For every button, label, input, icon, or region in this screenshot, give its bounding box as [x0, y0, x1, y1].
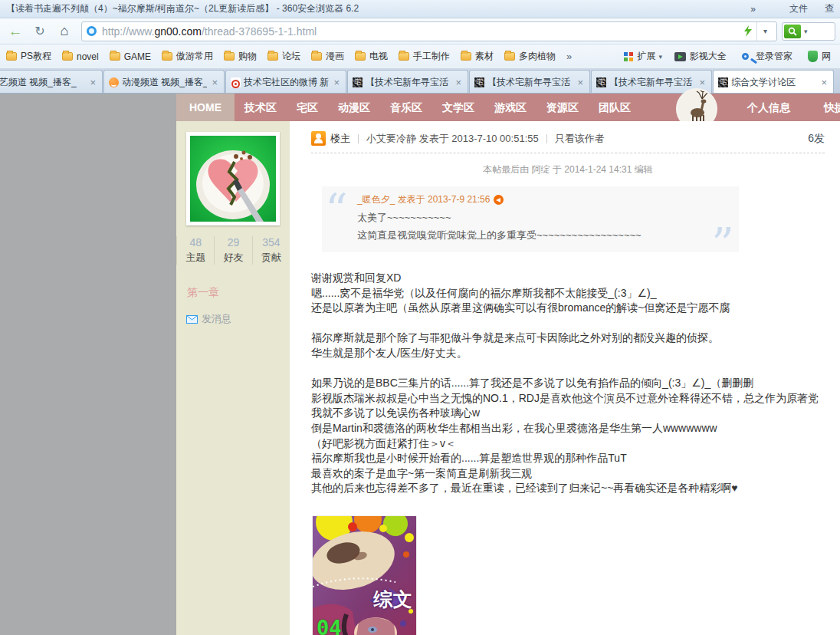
bookmark-folder[interactable]: 漫画: [311, 50, 344, 63]
post-body-line: 如果乃说的是BBC三集片的话......算了我还是不多说了以免有掐作品的倾向_(…: [311, 376, 825, 391]
forum-nav-item[interactable]: 团队区: [589, 94, 641, 121]
menu-item[interactable]: 文件: [789, 3, 808, 14]
bookmark-label: 购物: [238, 50, 257, 63]
plugin-button[interactable]: 网: [808, 50, 834, 63]
only-author-link[interactable]: 只看该作者: [555, 132, 605, 146]
tab-close-icon[interactable]: ×: [819, 77, 829, 88]
home-button[interactable]: ⌂: [54, 21, 75, 41]
folder-icon: [355, 52, 366, 61]
url-text[interactable]: http://www.gn00.com/thread-378695-1-1.ht…: [102, 25, 744, 38]
tab-close-icon[interactable]: ×: [576, 77, 585, 88]
forum-nav-item[interactable]: 宅区: [287, 94, 328, 121]
bookmark-folder[interactable]: PS教程: [6, 50, 51, 63]
bookmarks-overflow-icon[interactable]: »: [566, 51, 572, 62]
bookmark-label: 电视: [369, 50, 388, 63]
post-body-line: （好吧影视方面赶紧打住＞v＜: [311, 436, 825, 452]
address-bar[interactable]: http://www.gn00.com/thread-378695-1-1.ht…: [81, 21, 777, 41]
browser-toolbar: ← ↻ ⌂ http://www.gn00.com/thread-378695-…: [0, 18, 840, 44]
plugin-button[interactable]: 登录管家: [742, 50, 796, 63]
forum-nav-item[interactable]: 快捷导航: [814, 94, 840, 121]
post-time: 发表于 2013-7-10 00:51:55: [419, 133, 539, 144]
forum-nav-item[interactable]: 音乐区: [380, 94, 432, 121]
tab-close-icon[interactable]: ×: [697, 77, 707, 88]
forum-nav-item[interactable]: 文学区: [432, 94, 484, 121]
browser-tab[interactable]: 综合文学讨论区 ×: [713, 70, 834, 94]
plugin-button[interactable]: 影视大全: [674, 50, 730, 63]
speed-lightning-icon[interactable]: [744, 25, 752, 37]
forum-nav-item[interactable]: 技术区: [235, 94, 287, 121]
folder-icon: [224, 52, 235, 61]
bookmark-folder[interactable]: 电视: [355, 50, 388, 63]
address-dropdown-icon[interactable]: ▾: [756, 22, 773, 41]
folder-icon: [62, 52, 73, 61]
browser-tab[interactable]: 技术宅社区的微博 新 ×: [225, 70, 346, 94]
send-message-button[interactable]: 发消息: [186, 312, 290, 326]
folder-icon: [267, 52, 278, 61]
goto-quote-icon[interactable]: [494, 195, 504, 205]
stat-item[interactable]: 29 好友: [214, 236, 251, 265]
plugin-icon: [674, 52, 686, 61]
browser-tab[interactable]: 综艺频道 视频_播客_ ×: [0, 70, 103, 94]
url-path: /thread-378695-1-1.html: [202, 25, 317, 38]
post-body-line: 华生就是那个友人/医生/好丈夫。: [311, 346, 825, 361]
post-body-line: 福尔摩斯就是那个除了与罪犯做斗争就是来点可卡因除此之外对别的都没兴趣的侦探。: [311, 331, 825, 346]
bookmark-label: 漫画: [326, 50, 344, 63]
browser-tab[interactable]: 动漫频道 视频_播客_ ×: [103, 70, 225, 94]
plugin-arrow-icon: ▾: [658, 53, 662, 61]
bookmark-folder[interactable]: novel: [62, 51, 99, 62]
post-author-and-time[interactable]: 小艾要冷静 发表于 2013-7-10 00:51:55: [366, 132, 539, 146]
tab-favicon-icon: [109, 77, 119, 87]
quote-lines: 太美了~~~~~~~~~~~这简直是视觉嗅觉听觉味觉上的多重享受~~~~~~~~…: [357, 211, 701, 242]
louzhu-label: 楼主: [330, 132, 350, 146]
forum-nav-item[interactable]: 动漫区: [328, 94, 380, 121]
forum-nav-item[interactable]: 游戏区: [484, 94, 536, 121]
post-body-line: 影视版杰瑞米叔叔是心中当之无愧的NO.1，RDJ是喜欢他这个演员不过意外诠释得还…: [311, 391, 825, 421]
tab-close-icon[interactable]: ×: [454, 77, 463, 88]
bookmark-folder[interactable]: 多肉植物: [504, 50, 556, 63]
author-avatar[interactable]: [186, 132, 280, 225]
bookmark-folder[interactable]: 论坛: [267, 50, 300, 63]
bookmarks-bar: PS教程 novel GAME 傲游常用 购物 论坛 漫画 电视: [0, 44, 840, 69]
bookmark-label: novel: [77, 51, 99, 62]
plugin-label: 影视大全: [690, 50, 727, 63]
floor-number[interactable]: 6发: [808, 132, 825, 146]
tab-bar: 综艺频道 视频_播客_ × 动漫频道 视频_播客_ × 技术宅社区的微博 新 ×…: [0, 69, 840, 94]
forum-nav-item[interactable]: HOME: [176, 94, 235, 121]
bookmark-folder[interactable]: GAME: [110, 51, 151, 62]
back-button[interactable]: ←: [5, 21, 26, 41]
stat-label: 好友: [215, 251, 251, 265]
bookmark-folder[interactable]: 傲游常用: [162, 50, 213, 63]
stat-item[interactable]: 48 主题: [176, 236, 214, 265]
window-titlebar: 【读着书走遍不列颠（4）~福尔摩斯/柯南道尔~（2L更新读后感】 - 360安全…: [0, 0, 840, 18]
tab-close-icon[interactable]: ×: [210, 77, 219, 88]
open-quote-icon: “: [325, 188, 348, 232]
post-attachment-image[interactable]: 综文 04: [313, 516, 416, 635]
bookmark-folder[interactable]: 购物: [224, 50, 257, 63]
post-author[interactable]: 小艾要冷静: [366, 133, 416, 144]
chapter-link[interactable]: 第一章: [187, 286, 290, 300]
tab-close-icon[interactable]: ×: [332, 77, 341, 88]
forum-nav-item[interactable]: 个人信息: [737, 94, 800, 121]
search-box[interactable]: ▾: [782, 22, 835, 41]
browser-tab[interactable]: 【技术宅新年寻宝活 ×: [347, 70, 468, 94]
search-engine-dropdown-icon[interactable]: ▾: [804, 28, 808, 35]
bookmark-folder[interactable]: 手工制作: [399, 50, 450, 63]
folder-icon: [162, 52, 172, 61]
refresh-button[interactable]: ↻: [29, 21, 51, 41]
envelope-icon: [186, 315, 198, 324]
search-button[interactable]: [784, 25, 801, 38]
browser-tab[interactable]: 【技术宅新年寻宝活 ×: [469, 70, 590, 94]
quote-author-link[interactable]: _暖色夕_ 发表于 2013-7-9 21:56: [357, 193, 490, 206]
url-protocol: http://www.: [102, 25, 154, 38]
tab-close-icon[interactable]: ×: [88, 77, 97, 88]
menu-item[interactable]: 查: [825, 3, 834, 14]
forum-nav-item[interactable]: 资源区: [536, 94, 589, 121]
bookmark-folder[interactable]: 素材: [461, 50, 494, 63]
menu-overflow-icon[interactable]: »: [750, 4, 756, 15]
plugin-button[interactable]: 扩展 ▾: [620, 50, 662, 63]
forum-nav-right: 个人信息快捷导航: [737, 94, 840, 121]
post-body-line: 其他的后来也忘得差不多了，最近在重读，已经读到了归来记~~再看确实还是各种精彩啊…: [311, 481, 825, 496]
stat-item[interactable]: 354 贡献: [252, 236, 290, 265]
post-body-line: 倒是Martin和裘德洛的两枚华生都相当出彩，在我心里裘德洛是华生第一人wwww…: [311, 421, 825, 436]
post-body-line: 还是以原著为主吧（虽然从原著里这俩确实可以有很bromance的解读~但窝还是宁…: [311, 301, 825, 316]
